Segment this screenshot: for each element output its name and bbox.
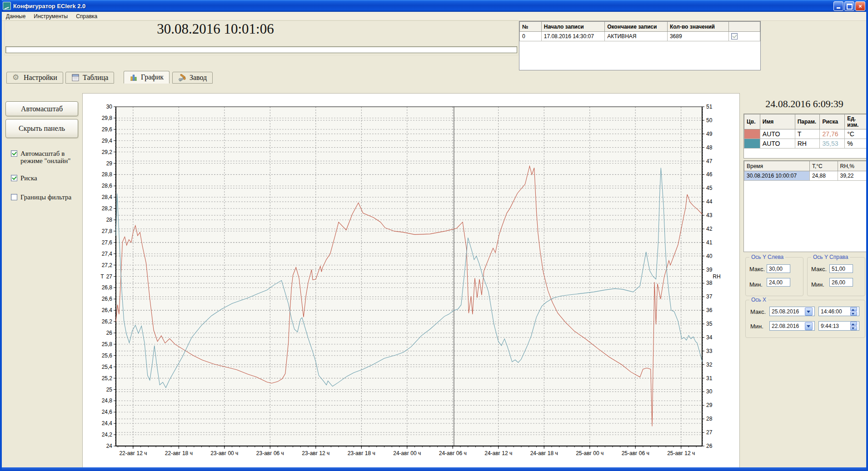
application-window: Конфигуратор EClerk 2.0 × ДанныеИнструме… [0,0,868,471]
tab-таблица[interactable]: Таблица [65,72,114,84]
y-left-tick-label: 26,8 [102,284,113,291]
menu-item[interactable]: Справка [72,13,101,20]
sidebar-checkbox[interactable]: Границы фильтра [11,193,79,201]
y-right-min-label: Мин. [811,281,824,288]
y-right-tick-label: 43 [706,212,713,218]
y-left-tick-label: 24,2 [102,431,113,438]
y-right-tick-label: 45 [706,185,713,191]
x-min-date-select[interactable]: 22.08.2016 [769,321,815,331]
checkbox-icon[interactable] [11,175,17,181]
y-left-min-input[interactable]: 24,00 [767,278,790,287]
current-datetime: 30.08.2016 10:01:06 [61,21,370,37]
x-min-time-stepper[interactable]: 9:44:13 [818,321,859,331]
record-enabled-checkbox[interactable] [731,33,738,40]
y-right-tick-label: 28 [706,416,713,422]
table-cell: 3689 [667,32,728,41]
records-column-header[interactable]: Окончание записи [605,22,668,32]
records-column-header[interactable]: № [520,22,542,32]
records-column-header[interactable]: Кол-во значений [667,22,728,32]
time-table[interactable]: ВремяT,°CRH,%30.08.2016 10:00:0724,8839,… [744,161,867,181]
sidebar-checkbox[interactable]: Риска [11,174,79,182]
time-cell: 39,22 [838,171,866,181]
app-icon [3,2,11,10]
hide-panel-button[interactable]: Скрыть панель [5,119,78,138]
y-right-tick-label: 51 [706,104,713,110]
legend-row[interactable]: AUTORH35,53% [744,139,867,149]
title-bar[interactable]: Конфигуратор EClerk 2.0 × [0,0,868,12]
sidebar-checkbox[interactable]: Автомасштаб в режиме "онлайн" [11,150,79,164]
cursor-datetime: 24.08.2016 6:09:39 [743,98,866,110]
x-group-title: Ось X [749,297,768,303]
x-tick-label: 24-авг 18 ч [530,450,558,456]
tab-завод[interactable]: Завод [172,72,213,84]
x-min-date-value: 22.08.2016 [772,323,799,329]
y-left-tick-label: 29,2 [102,149,113,155]
y-left-max-input[interactable]: 30,00 [767,264,790,273]
y-right-min-input[interactable]: 26,00 [829,278,853,287]
table-cell [729,32,760,41]
legend-row[interactable]: AUTOT27,76°C [744,129,867,139]
y-left-tick-label: 29,6 [102,126,113,133]
y-right-tick-label: 33 [706,348,713,354]
tab-label: Завод [190,74,207,82]
y-right-max-input[interactable]: 51,00 [829,264,853,273]
tab-label: Настройки [24,74,57,82]
checkbox-icon[interactable] [11,150,17,157]
y-left-tick-label: 24 [106,443,113,449]
y-left-axis-group: Ось Y Слева Макс. 30,00 Мин. 24,00 [745,257,803,296]
x-max-time-stepper[interactable]: 14:46:00 [818,307,859,316]
table-icon [71,74,80,82]
y-left-tick-label: 25,2 [102,375,113,382]
y-right-max-label: Макс. [811,266,827,273]
checkbox-icon[interactable] [11,194,17,200]
y-right-tick-label: 36 [706,307,713,313]
menu-bar: ДанныеИнструментыСправка [2,12,866,21]
x-max-date-select[interactable]: 25.08.2016 [769,307,815,316]
x-tick-label: 24-авг 00 ч [393,450,421,456]
chevron-down-icon[interactable] [805,307,813,316]
records-column-header[interactable]: Начало записи [541,22,604,32]
y-left-tick-label: 24,4 [102,420,113,426]
y-right-tick-label: 27 [706,429,713,436]
close-button[interactable]: × [855,1,865,11]
x-tick-label: 22-авг 12 ч [119,450,147,456]
y-right-tick-label: 38 [706,280,713,286]
x-tick-label: 25-авг 06 ч [622,450,649,456]
records-table[interactable]: №Начало записиОкончание записиКол-во зна… [519,21,760,41]
spin-up-icon[interactable] [850,322,857,326]
y-left-tick-label: 27,6 [102,239,113,246]
menu-item[interactable]: Инструменты [30,13,72,20]
tab-настройки[interactable]: ⚙Настройки [6,72,63,84]
spin-down-icon[interactable] [850,326,857,330]
y-left-tick-label: 25 [106,387,113,393]
records-column-header[interactable] [729,22,760,32]
y-left-tick-label: 29,8 [102,115,113,121]
legend-table[interactable]: Цв.ИмяПарам.РискаЕд. изм.AUTOT27,76°CAUT… [744,114,867,149]
chevron-down-icon[interactable] [805,322,813,330]
table-cell: 17.08.2016 14:30:07 [541,32,604,41]
y-left-axis-title: T [100,273,104,280]
time-row[interactable]: 30.08.2016 10:00:0724,8839,22 [744,171,867,181]
maximize-button[interactable] [844,1,854,11]
spin-down-icon[interactable] [850,312,857,316]
checkbox-label: Риска [20,174,37,182]
y-right-tick-label: 46 [706,171,713,178]
chart-plot[interactable]: 3029,829,629,429,22928,828,628,428,22827… [83,94,738,466]
y-left-tick-label: 25,6 [102,352,113,359]
x-tick-label: 23-авг 12 ч [302,450,329,456]
minimize-button[interactable] [833,1,843,11]
chart-icon [130,73,138,81]
x-tick-label: 25-авг 12 ч [667,450,695,456]
table-row[interactable]: 017.08.2016 14:30:07АКТИВНАЯ3689 [520,32,760,41]
autoscale-button[interactable]: Автомасштаб [5,101,78,116]
tab-график[interactable]: График [124,71,170,84]
spin-up-icon[interactable] [850,307,857,311]
table-cell: АКТИВНАЯ [605,32,668,41]
y-left-tick-label: 27,8 [102,228,113,234]
x-tick-label: 23-авг 18 ч [348,450,375,456]
y-right-group-title: Ось Y Справа [811,254,850,260]
y-right-tick-label: 48 [706,144,713,151]
menu-item[interactable]: Данные [2,13,30,20]
y-left-tick-label: 26 [106,330,113,336]
y-left-tick-label: 27,2 [102,262,113,268]
